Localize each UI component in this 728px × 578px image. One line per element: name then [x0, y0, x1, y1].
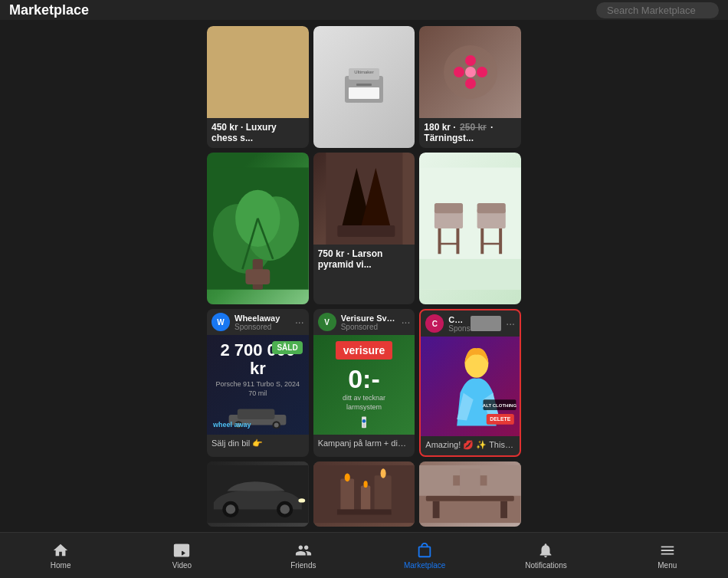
svg-rect-67 [349, 87, 379, 99]
svg-rect-125 [361, 486, 370, 513]
car-partial-image [207, 461, 309, 527]
ad-meta: Crushmate Sponsored [448, 315, 466, 333]
marketplace-icon [415, 541, 434, 560]
ad-caption: Amazing! 💋 ✨ This soft... [421, 436, 520, 455]
svg-point-130 [380, 469, 385, 478]
monstera-image [207, 153, 309, 304]
listings-grid: // Will generate chess pattern inline [207, 26, 521, 304]
listing-card[interactable]: 400 kr · Stolar Bauhaus [419, 153, 521, 304]
svg-text:DELETE: DELETE [490, 417, 511, 422]
verisure-logo: verisure [336, 341, 392, 360]
listing-card[interactable]: // Will generate chess pattern inline [207, 26, 309, 148]
avatar: W [212, 313, 230, 331]
ad-header: V Verisure Sverige Sponsored ··· [313, 309, 415, 335]
svg-point-122 [298, 498, 305, 502]
ad-image: ALT CLOTHING DELETE [421, 337, 520, 436]
svg-text:ALT CLOTHING: ALT CLOTHING [483, 403, 517, 408]
bottom-nav: Home Video Friends Marketplace [0, 532, 728, 578]
svg-rect-126 [374, 475, 391, 513]
bottom-listings [207, 461, 521, 527]
sald-badge: SÅLD [272, 341, 302, 354]
listing-card[interactable]: 180 kr · 250 kr · Tärningst... [419, 26, 521, 148]
printer-image: Ultimaker [333, 57, 395, 118]
ad-image: 2 700 000 kr Porsche 911 Turbo S, 2024 7… [207, 335, 309, 435]
interior-partial-image [419, 461, 521, 527]
ad-caption: Sälj din bil 👉 [207, 435, 309, 454]
svg-rect-124 [340, 479, 354, 513]
nav-item-menu[interactable]: Menu [644, 541, 690, 570]
card-price: 180 kr · 250 kr · Tärningst... [424, 122, 516, 143]
listing-card[interactable]: Ultimaker 1 000 kr · Moddad Ultima... [313, 26, 415, 148]
ad-sponsored: Sponsored [234, 323, 290, 331]
svg-point-107 [362, 419, 366, 423]
avatar: C [425, 314, 444, 333]
svg-rect-127 [337, 510, 392, 515]
ad-more-button[interactable]: ··· [295, 316, 304, 328]
ad-meta: Wheelaway Sponsored [234, 314, 290, 331]
card-price: 750 kr · Larson pyramid vi... [318, 248, 411, 270]
ad-sub: Porsche 911 Turbo S, 2024 [216, 380, 300, 388]
nav-label-video: Video [172, 561, 192, 570]
svg-rect-133 [433, 501, 440, 518]
nav-item-notifications[interactable]: Notifications [523, 541, 569, 570]
ad-header: W Wheelaway Sponsored ··· [207, 309, 309, 335]
page-title: Marketplace [9, 2, 89, 18]
listing-card[interactable]: 750 kr · Larson pyramid vi... [313, 153, 415, 304]
nav-item-marketplace[interactable]: Marketplace [402, 541, 448, 570]
ad-more-button[interactable]: ··· [506, 317, 515, 330]
chairs-image [419, 153, 521, 304]
svg-point-129 [363, 481, 367, 488]
nav-label-marketplace: Marketplace [404, 561, 445, 570]
nav-item-home[interactable]: Home [38, 541, 84, 570]
svg-point-71 [465, 55, 476, 66]
nav-item-friends[interactable]: Friends [280, 541, 326, 570]
nav-label-menu: Menu [657, 561, 677, 570]
svg-rect-90 [435, 203, 463, 213]
ad-name: Crushmate [448, 315, 466, 324]
svg-point-128 [344, 474, 349, 482]
svg-point-119 [226, 504, 235, 514]
nav-label-friends: Friends [290, 561, 316, 570]
svg-rect-136 [460, 469, 480, 496]
card-info: 180 kr · 250 kr · Tärningst... [419, 118, 521, 148]
home-icon [51, 541, 70, 560]
ad-card-crushmate[interactable]: C Crushmate Sponsored ··· [419, 309, 521, 457]
nav-label-home: Home [51, 561, 71, 570]
ad-more-button[interactable]: ··· [402, 316, 411, 328]
ad-sponsored: Sponsored [341, 323, 397, 331]
ad-name: Verisure Sverige [341, 314, 397, 323]
search-input[interactable] [596, 2, 719, 18]
card-price: 450 kr · Luxury chess s... [212, 122, 304, 143]
video-icon [172, 541, 191, 560]
verisure-offer: 0:- [348, 364, 380, 394]
svg-rect-83 [245, 269, 270, 284]
listing-card[interactable]: 400 kr · Monstera [207, 153, 309, 304]
svg-point-72 [465, 78, 476, 89]
ad-name: Wheelaway [234, 314, 290, 323]
svg-point-74 [477, 67, 487, 77]
crushmate-svg: ALT CLOTHING DELETE [421, 337, 520, 436]
svg-rect-108 [363, 424, 366, 425]
svg-rect-134 [500, 501, 507, 518]
ad-image: verisure 0:- ditt av tecknarlarmsystem [313, 335, 415, 435]
pyramid-image [313, 153, 415, 245]
partial-card-car[interactable] [207, 461, 309, 527]
svg-rect-95 [477, 203, 506, 213]
ad-caption: Kampanj på larm + digita... [313, 435, 415, 453]
card-info: 750 kr · Larson pyramid vi... [313, 245, 415, 274]
notifications-icon [536, 541, 555, 560]
ad-meta: Verisure Sverige Sponsored [341, 314, 397, 331]
svg-text:Ultimaker: Ultimaker [354, 70, 373, 74]
ad-sponsored: Sponsored [448, 324, 466, 333]
svg-rect-137 [454, 475, 461, 485]
ad-card-verisure[interactable]: V Verisure Sverige Sponsored ··· verisur… [313, 309, 415, 457]
verisure-subtext: ditt av tecknarlarmsystem [343, 394, 385, 412]
header: Marketplace [0, 0, 728, 20]
nav-label-notifications: Notifications [525, 561, 566, 570]
partial-card-vase[interactable] [313, 461, 415, 527]
partial-card-interior[interactable] [419, 461, 521, 527]
ad-card-wheelaway[interactable]: W Wheelaway Sponsored ··· 2 700 000 kr P… [207, 309, 309, 457]
nav-item-video[interactable]: Video [159, 541, 205, 570]
alarm-svg [345, 415, 383, 429]
svg-point-75 [465, 67, 476, 77]
